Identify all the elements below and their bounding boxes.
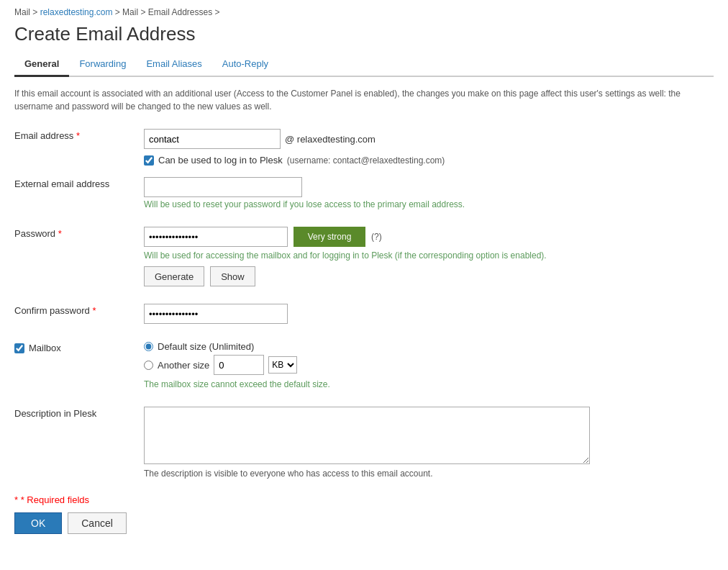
external-email-input[interactable] xyxy=(144,177,302,197)
password-field-row: Very strong (?) xyxy=(144,227,714,247)
another-size-row: Another size KB MB GB xyxy=(144,355,714,375)
can-login-label[interactable]: Can be used to log in to Plesk xyxy=(158,155,283,166)
email-address-input[interactable] xyxy=(144,129,281,149)
default-size-label[interactable]: Default size (Unlimited) xyxy=(158,341,254,352)
external-email-hint: Will be used to reset your password if y… xyxy=(144,199,714,209)
password-row: Password * Very strong (?) Will be used … xyxy=(14,222,714,291)
tab-forwarding[interactable]: Forwarding xyxy=(69,54,136,77)
tab-bar: General Forwarding Email Aliases Auto-Re… xyxy=(14,54,714,77)
password-help[interactable]: (?) xyxy=(371,232,382,242)
external-email-label: External email address xyxy=(14,173,144,214)
email-address-row: Email address * @ relaxedtesting.com Can… xyxy=(14,125,714,173)
description-hint: The description is visible to everyone w… xyxy=(144,469,714,479)
password-input[interactable] xyxy=(144,227,288,247)
description-label: Description in Plesk xyxy=(14,402,144,483)
mailbox-section: Default size (Unlimited) Another size KB… xyxy=(144,341,714,389)
mailbox-label-text[interactable]: Mailbox xyxy=(29,343,61,353)
password-btn-row: Generate Show xyxy=(144,266,714,286)
confirm-password-label: Confirm password * xyxy=(14,299,144,328)
cancel-button[interactable]: Cancel xyxy=(68,512,127,534)
external-email-row: External email address Will be used to r… xyxy=(14,173,714,214)
description-input[interactable] xyxy=(144,407,590,464)
tab-auto-reply[interactable]: Auto-Reply xyxy=(212,54,278,77)
show-button[interactable]: Show xyxy=(210,266,255,286)
default-size-radio[interactable] xyxy=(144,342,153,351)
default-size-row: Default size (Unlimited) xyxy=(144,341,714,352)
breadcrumb: Mail > relaxedtesting.com > Mail > Email… xyxy=(14,7,714,17)
confirm-password-row: Confirm password * xyxy=(14,299,714,328)
required-note: * * Required fields xyxy=(14,494,714,505)
mailbox-row: Mailbox Default size (Unlimited) Another… xyxy=(14,337,714,394)
breadcrumb-mail2: Mail xyxy=(122,7,138,17)
password-strength: Very strong xyxy=(294,227,365,247)
another-size-radio[interactable] xyxy=(144,361,153,370)
another-size-label[interactable]: Another size xyxy=(158,360,209,371)
mailbox-unit-select[interactable]: KB MB GB xyxy=(268,356,297,374)
mailbox-checkbox[interactable] xyxy=(14,343,24,353)
email-address-label: Email address * xyxy=(14,125,144,173)
password-hint: Will be used for accessing the mailbox a… xyxy=(144,249,714,262)
generate-button[interactable]: Generate xyxy=(144,266,204,286)
mailbox-size-input[interactable] xyxy=(214,355,264,375)
form: Email address * @ relaxedtesting.com Can… xyxy=(14,125,714,483)
info-box: If this email account is associated with… xyxy=(14,87,714,113)
mailbox-label: Mailbox xyxy=(14,337,144,394)
at-domain: @ relaxedtesting.com xyxy=(285,134,376,145)
description-row: Description in Plesk The description is … xyxy=(14,402,714,483)
breadcrumb-domain[interactable]: relaxedtesting.com xyxy=(40,7,113,17)
email-address-field-row: @ relaxedtesting.com xyxy=(144,129,714,149)
password-label: Password * xyxy=(14,222,144,291)
breadcrumb-mail: Mail xyxy=(14,7,30,17)
confirm-password-input[interactable] xyxy=(144,304,288,324)
tab-email-aliases[interactable]: Email Aliases xyxy=(136,54,211,77)
mailbox-hint: The mailbox size cannot exceed the defau… xyxy=(144,379,714,389)
breadcrumb-email-addresses: Email Addresses xyxy=(148,7,212,17)
page-title: Create Email Address xyxy=(14,23,714,45)
can-login-row: Can be used to log in to Plesk (username… xyxy=(144,155,714,166)
username-hint: (username: contact@relaxedtesting.com) xyxy=(287,155,445,166)
action-buttons: OK Cancel xyxy=(14,512,714,534)
mailbox-checkbox-row: Mailbox xyxy=(14,343,137,353)
ok-button[interactable]: OK xyxy=(14,512,62,534)
can-login-checkbox[interactable] xyxy=(144,155,154,166)
tab-general[interactable]: General xyxy=(14,54,69,77)
